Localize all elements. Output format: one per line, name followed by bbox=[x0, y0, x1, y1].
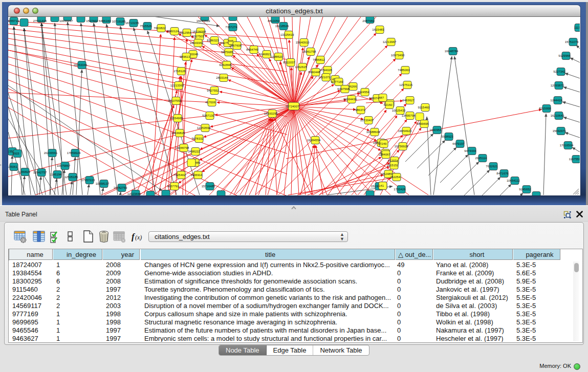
svg-text:7663822: 7663822 bbox=[154, 27, 166, 30]
svg-text:546: 546 bbox=[228, 39, 234, 42]
svg-text:8471676: 8471676 bbox=[496, 172, 509, 175]
svg-text:19166825: 19166825 bbox=[171, 132, 185, 135]
svg-text:2718126: 2718126 bbox=[173, 70, 186, 73]
svg-text:9777169: 9777169 bbox=[331, 80, 343, 83]
svg-text:1167553: 1167553 bbox=[569, 158, 580, 161]
svg-text:6466160: 6466160 bbox=[99, 19, 111, 23]
svg-text:9129966: 9129966 bbox=[558, 54, 571, 57]
svg-text:10653267: 10653267 bbox=[59, 19, 73, 23]
svg-text:16033809: 16033809 bbox=[197, 19, 210, 23]
svg-text:27691406: 27691406 bbox=[33, 19, 47, 23]
svg-text:3624554: 3624554 bbox=[357, 91, 369, 94]
svg-text:9463627: 9463627 bbox=[402, 99, 415, 102]
svg-text:9657791: 9657791 bbox=[167, 185, 179, 188]
svg-text:7515526: 7515526 bbox=[140, 25, 152, 28]
svg-text:16713155: 16713155 bbox=[125, 21, 139, 25]
svg-text:10025433: 10025433 bbox=[392, 109, 406, 112]
svg-text:1621072: 1621072 bbox=[318, 76, 331, 79]
svg-text:3915: 3915 bbox=[12, 152, 19, 155]
svg-text:9327503: 9327503 bbox=[192, 35, 204, 38]
svg-text:8813054: 8813054 bbox=[268, 19, 280, 23]
svg-text:10975867: 10975867 bbox=[57, 164, 71, 167]
svg-text:16046798: 16046798 bbox=[176, 146, 189, 149]
svg-text:19756928: 19756928 bbox=[395, 145, 408, 148]
svg-text:2087682: 2087682 bbox=[362, 19, 375, 23]
svg-text:12505185: 12505185 bbox=[64, 176, 78, 179]
svg-text:19218506: 19218506 bbox=[275, 25, 289, 28]
svg-text:252254: 252254 bbox=[390, 176, 401, 179]
svg-text:6497568: 6497568 bbox=[337, 87, 350, 91]
svg-text:9427552: 9427552 bbox=[207, 89, 219, 92]
svg-text:10973493: 10973493 bbox=[391, 54, 405, 57]
svg-text:16543362: 16543362 bbox=[190, 41, 204, 45]
svg-text:417006: 417006 bbox=[205, 101, 216, 104]
svg-text:7625402: 7625402 bbox=[173, 173, 186, 177]
svg-text:12353594: 12353594 bbox=[197, 126, 211, 129]
svg-text:7632621: 7632621 bbox=[486, 165, 498, 168]
svg-text:487: 487 bbox=[379, 96, 384, 99]
svg-text:7485063: 7485063 bbox=[398, 69, 410, 72]
svg-text:1615483: 1615483 bbox=[372, 28, 384, 31]
svg-text:16782759: 16782759 bbox=[114, 186, 127, 189]
svg-text:1145194: 1145194 bbox=[50, 173, 62, 176]
svg-text:1117: 1117 bbox=[574, 26, 580, 29]
svg-text:3678332: 3678332 bbox=[191, 137, 204, 140]
svg-text:9794028: 9794028 bbox=[320, 69, 332, 72]
svg-text:16961758: 16961758 bbox=[302, 50, 316, 53]
svg-text:1362615: 1362615 bbox=[295, 65, 307, 69]
svg-text:1527602: 1527602 bbox=[86, 19, 98, 23]
svg-text:8322037: 8322037 bbox=[283, 61, 295, 64]
svg-text:6679197: 6679197 bbox=[452, 142, 465, 145]
svg-text:1733426: 1733426 bbox=[394, 188, 406, 191]
svg-text:19384554: 19384554 bbox=[307, 139, 321, 142]
svg-text:15640910: 15640910 bbox=[296, 41, 310, 44]
svg-text:17249: 17249 bbox=[378, 142, 387, 145]
svg-text:15692971: 15692971 bbox=[553, 129, 567, 133]
svg-text:12213363: 12213363 bbox=[170, 84, 184, 87]
svg-text:1106914: 1106914 bbox=[191, 173, 203, 177]
svg-text:141: 141 bbox=[379, 184, 384, 187]
svg-text:10958137: 10958137 bbox=[96, 182, 110, 185]
svg-text:3498222: 3498222 bbox=[188, 150, 200, 153]
svg-text:2935114: 2935114 bbox=[475, 157, 488, 160]
svg-text:12213967: 12213967 bbox=[383, 40, 397, 43]
svg-text:8454749: 8454749 bbox=[246, 48, 258, 51]
svg-text:5938923: 5938923 bbox=[441, 135, 453, 138]
svg-text:1588520: 1588520 bbox=[271, 55, 283, 58]
svg-text:5875685: 5875685 bbox=[221, 51, 233, 54]
svg-text:2803144: 2803144 bbox=[216, 76, 228, 79]
svg-text:13325419: 13325419 bbox=[280, 33, 294, 36]
svg-text:17957223: 17957223 bbox=[81, 179, 95, 182]
svg-text:12975115: 12975115 bbox=[399, 83, 413, 86]
svg-text:10719185: 10719185 bbox=[112, 20, 126, 23]
svg-text:17016504: 17016504 bbox=[560, 144, 574, 147]
svg-text:11156829: 11156829 bbox=[17, 170, 30, 173]
svg-text:16107553: 16107553 bbox=[168, 99, 182, 102]
svg-text:14055714: 14055714 bbox=[8, 19, 19, 23]
svg-text:12023446: 12023446 bbox=[127, 192, 141, 195]
svg-text:8960124: 8960124 bbox=[167, 30, 179, 33]
svg-text:62160: 62160 bbox=[384, 103, 393, 106]
svg-text:1640954: 1640954 bbox=[429, 128, 442, 132]
svg-text:13495794: 13495794 bbox=[402, 114, 416, 117]
svg-text:5267130: 5267130 bbox=[202, 114, 214, 117]
svg-text:9115460: 9115460 bbox=[418, 106, 430, 109]
svg-text:16648784: 16648784 bbox=[445, 50, 459, 53]
svg-text:9146821: 9146821 bbox=[259, 53, 271, 56]
svg-text:10688609: 10688609 bbox=[366, 130, 380, 134]
svg-text:9227342: 9227342 bbox=[553, 70, 565, 73]
svg-text:1284067: 1284067 bbox=[378, 153, 390, 156]
svg-text:9242848: 9242848 bbox=[219, 63, 231, 67]
svg-text:17859924: 17859924 bbox=[67, 151, 81, 155]
svg-text:15716485: 15716485 bbox=[202, 185, 215, 188]
svg-text:12942757: 12942757 bbox=[33, 171, 47, 174]
svg-text:989613: 989613 bbox=[180, 55, 190, 58]
svg-text:7357274: 7357274 bbox=[225, 26, 237, 29]
svg-text:19654965: 19654965 bbox=[169, 117, 183, 120]
svg-text:9245652: 9245652 bbox=[519, 188, 531, 191]
svg-text:20364436: 20364436 bbox=[343, 98, 357, 101]
svg-text:16210643: 16210643 bbox=[551, 114, 564, 117]
svg-text:(x): (x) bbox=[135, 234, 142, 241]
svg-text:20053346: 20053346 bbox=[74, 63, 88, 67]
svg-text:8912954: 8912954 bbox=[179, 31, 191, 34]
